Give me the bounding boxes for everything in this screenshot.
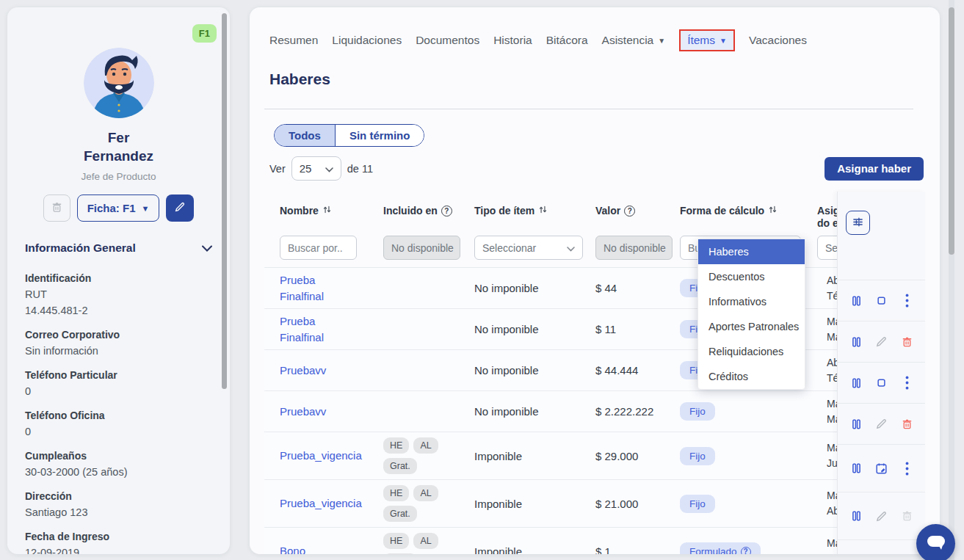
- included-badge: HE: [383, 485, 409, 501]
- tab-vacaciones[interactable]: Vacaciones: [749, 34, 807, 47]
- pause-icon[interactable]: [848, 334, 864, 350]
- item-name-cell: Pruebavv: [264, 404, 368, 420]
- item-name-cell: PruebaFinalfinal: [264, 272, 368, 305]
- calc-method-cell: Fijo: [664, 447, 811, 465]
- item-name-link[interactable]: Prueba_vigencia: [280, 495, 368, 512]
- delete-icon[interactable]: [899, 416, 915, 432]
- status-badge: F1: [192, 24, 217, 43]
- column-header-tipo-de-item[interactable]: Tipo de ítem: [459, 205, 580, 230]
- row-actions: [838, 404, 925, 445]
- actions-rows: [838, 280, 925, 554]
- kebab-menu-icon[interactable]: [899, 375, 915, 391]
- assign-haber-button[interactable]: Asignar haber: [825, 157, 924, 181]
- name-line: Prueba_vigencia: [280, 448, 368, 464]
- menu-item-creditos[interactable]: Créditos: [698, 364, 805, 389]
- tab-liquidaciones[interactable]: Liquidaciones: [332, 34, 402, 47]
- filter-tabs: TodosSin término: [274, 124, 424, 147]
- tab-items[interactable]: Ítems▼: [679, 29, 735, 51]
- chat-button[interactable]: [916, 524, 955, 560]
- filter-tab-sin-termino[interactable]: Sin término: [335, 125, 424, 146]
- filter-select-tipo-de-item[interactable]: Seleccionar: [474, 236, 583, 260]
- tab-documentos[interactable]: Documentos: [416, 34, 479, 47]
- sort-icon[interactable]: [322, 205, 332, 217]
- employee-role: Jefe de Producto: [25, 171, 212, 182]
- name-line: Prueba_vigencia: [280, 495, 368, 512]
- delete-icon[interactable]: [899, 334, 915, 350]
- item-name-link[interactable]: Bono: [280, 543, 368, 554]
- chevron-down-icon: ▼: [720, 37, 727, 45]
- calc-method-cell: Formulado?: [664, 542, 811, 555]
- item-name-link[interactable]: Pruebavv: [280, 404, 368, 420]
- delete-employee-button[interactable]: [43, 194, 70, 222]
- menu-item-informativos[interactable]: Informativos: [698, 289, 805, 314]
- stop-icon[interactable]: [874, 375, 890, 391]
- item-name-link[interactable]: PruebaFinalfinal: [280, 313, 368, 346]
- included-badges: HEALGrat.: [383, 485, 459, 522]
- edit-icon[interactable]: [874, 416, 890, 432]
- calc-method-label: Formulado: [689, 546, 737, 555]
- sidebar-scrollbar[interactable]: [222, 13, 227, 389]
- column-header-forma-de-calculo[interactable]: Forma de cálculo: [664, 205, 811, 230]
- sort-icon[interactable]: [768, 205, 778, 217]
- calc-method-badge: Fijo: [680, 402, 715, 421]
- column-header-nombre[interactable]: Nombre: [264, 205, 368, 230]
- chevron-down-icon: ▼: [658, 37, 665, 45]
- edit-icon[interactable]: [874, 508, 890, 524]
- kebab-menu-icon[interactable]: [899, 460, 915, 476]
- included-badges: HEALGrat.: [383, 437, 459, 474]
- calc-method-badge: Fijo: [680, 447, 715, 465]
- toolbar: Ver 25 de 11 Asignar haber: [269, 156, 924, 181]
- menu-item-reliquidaciones[interactable]: Reliquidaciones: [698, 339, 805, 364]
- filter-tab-todos[interactable]: Todos: [275, 125, 335, 146]
- chat-bubble-icon: [927, 534, 946, 554]
- item-name-link[interactable]: Prueba_vigencia: [280, 448, 368, 464]
- tab-asistencia[interactable]: Asistencia▼: [602, 34, 666, 47]
- item-name-link[interactable]: Pruebavv: [280, 363, 368, 379]
- menu-item-aportes-patronales[interactable]: Aportes Patronales: [698, 314, 805, 339]
- field-value: 30-03-2000 (25 años): [25, 464, 212, 480]
- pause-icon[interactable]: [848, 460, 864, 476]
- pause-icon[interactable]: [848, 508, 864, 524]
- pause-icon[interactable]: [848, 293, 864, 309]
- pause-icon[interactable]: [848, 416, 864, 432]
- kebab-menu-icon[interactable]: [899, 293, 915, 309]
- tab-historia[interactable]: Historia: [493, 34, 532, 47]
- field-label: Correo Corporativo: [25, 327, 212, 343]
- item-name-link[interactable]: PruebaFinalfinal: [280, 272, 368, 305]
- column-label: Forma de cálculo: [680, 205, 764, 217]
- column-settings-button[interactable]: [846, 211, 870, 235]
- tab-label: Resumen: [269, 34, 318, 47]
- edit-icon[interactable]: [874, 334, 890, 350]
- item-type-cell: No imponible: [459, 364, 580, 377]
- menu-item-haberes[interactable]: Haberes: [698, 239, 805, 264]
- table-body: PruebaFinalfinalNo imponible$ 44FijoAbri…: [264, 268, 925, 554]
- employee-panel: F1 Fer Fernandez Jefe de Producto: [7, 7, 230, 554]
- items-dropdown-menu: HaberesDescuentosInformativosAportes Pat…: [697, 239, 805, 390]
- profile-field: Teléfono Oficina0: [25, 408, 212, 440]
- tab-label: Bitácora: [546, 34, 588, 47]
- column-header-incluido-en: Incluido en?: [368, 205, 459, 230]
- edit-employee-button[interactable]: [166, 194, 194, 222]
- help-icon[interactable]: ?: [741, 547, 751, 555]
- window-scrollbar[interactable]: [949, 7, 954, 255]
- per-page-select[interactable]: 25: [291, 156, 341, 181]
- profile-field: DirecciónSantiago 123: [25, 489, 212, 520]
- sort-icon[interactable]: [538, 205, 548, 217]
- ficha-dropdown[interactable]: Ficha: F1 ▼: [77, 194, 160, 222]
- tab-bitacora[interactable]: Bitácora: [546, 34, 588, 47]
- tab-resumen[interactable]: Resumen: [269, 34, 318, 47]
- name-line: Pruebavv: [280, 404, 368, 420]
- help-icon[interactable]: ?: [441, 206, 452, 217]
- value-cell: $ 21.000: [580, 498, 664, 510]
- item-type-cell: Imponible: [459, 450, 580, 462]
- filter-input-nombre[interactable]: [280, 236, 357, 260]
- name-line: Bono: [280, 543, 368, 554]
- help-icon[interactable]: ?: [624, 206, 635, 217]
- info-general-header[interactable]: Información General: [25, 241, 212, 255]
- pause-icon[interactable]: [848, 375, 864, 391]
- calendar-edit-icon[interactable]: [874, 460, 890, 476]
- stop-icon[interactable]: [874, 293, 890, 309]
- field-label: Fecha de Ingreso: [25, 529, 212, 545]
- tab-label: Historia: [493, 34, 532, 47]
- menu-item-descuentos[interactable]: Descuentos: [698, 264, 805, 289]
